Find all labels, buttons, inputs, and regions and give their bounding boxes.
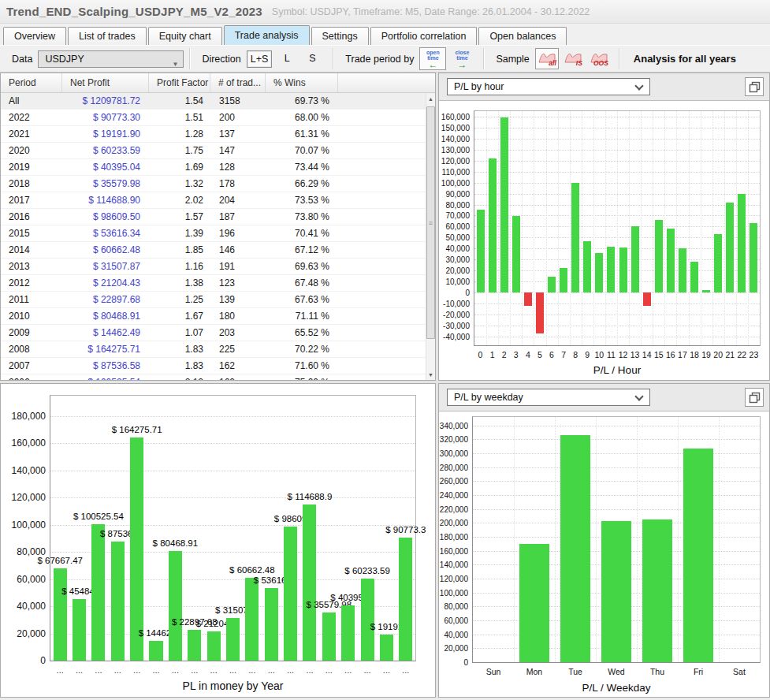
table-cell: 225 <box>210 341 266 357</box>
table-row[interactable]: 2008$ 164275.711.8322570.22 % <box>1 341 435 358</box>
table-cell: 2018 <box>1 176 62 192</box>
gridline <box>637 417 638 662</box>
table-cell-filler <box>338 110 435 125</box>
copy-chart-button[interactable] <box>745 388 764 407</box>
table-cell: All <box>1 93 62 109</box>
table-cell: $ 87536.58 <box>62 358 149 374</box>
column-header[interactable]: Period <box>1 73 62 92</box>
y-tick-label: 140,000 <box>441 134 470 143</box>
bar <box>667 229 675 293</box>
bar <box>690 262 698 292</box>
table-cell: 2017 <box>1 192 62 208</box>
table-row[interactable]: 2020$ 60233.591.7514770.07 % <box>1 143 435 159</box>
tab-equity-chart[interactable]: Equity chart <box>148 27 222 45</box>
y-tick-label: 130,000 <box>441 145 470 154</box>
sample-oos-button[interactable]: OOS <box>587 48 611 69</box>
table-row[interactable]: 2021$ 19191.901.2813761.31 % <box>1 126 435 143</box>
bar <box>601 521 631 662</box>
gridline <box>546 111 547 345</box>
table-row[interactable]: 2012$ 21204.431.3812367.48 % <box>1 275 435 292</box>
tab-open-balances[interactable]: Open balances <box>478 27 567 45</box>
sample-all-button[interactable]: all <box>535 48 559 69</box>
bar <box>714 234 722 292</box>
column-header[interactable]: Net Profit <box>62 73 149 92</box>
table-row[interactable]: 2006$ 100525.542.1216075.00 % <box>1 374 435 381</box>
bar <box>399 538 412 661</box>
table-cell: 2013 <box>1 259 62 274</box>
direction-long-button[interactable]: L <box>277 50 297 68</box>
gridline <box>641 111 642 345</box>
table-cell: 178 <box>210 176 266 192</box>
tab-portfolio-correlation[interactable]: Portfolio correlation <box>370 27 478 45</box>
tab-overview[interactable]: Overview <box>3 27 66 45</box>
close-time-button[interactable]: close time → <box>448 47 475 70</box>
gridline <box>473 439 760 440</box>
chevron-down-icon <box>634 81 643 90</box>
table-cell-filler <box>338 341 435 357</box>
toolbar-separator <box>483 48 485 69</box>
table-cell-filler <box>338 126 435 142</box>
scroll-down-arrow-icon[interactable]: ▼ <box>426 370 435 380</box>
trades-table-body: All$ 1209781.721.54315869.73 %2022$ 9077… <box>1 93 435 381</box>
table-row[interactable]: All$ 1209781.721.54315869.73 % <box>1 93 435 110</box>
gridline <box>50 552 415 553</box>
scroll-up-arrow-icon[interactable]: ▲ <box>426 94 435 104</box>
table-row[interactable]: 2007$ 87536.581.8316271.60 % <box>1 358 435 374</box>
table-row[interactable]: 2010$ 80468.911.6718071.11 % <box>1 308 435 325</box>
column-header[interactable]: % Wins <box>266 73 338 92</box>
column-header[interactable]: # of trad... <box>210 73 266 92</box>
table-row[interactable]: 2017$ 114688.902.0220473.53 % <box>1 192 435 209</box>
column-header-filler <box>338 73 435 92</box>
table-scrollbar[interactable]: ▲ ≡ ▼ <box>426 94 435 380</box>
table-row[interactable]: 2015$ 53616.341.3919670.41 % <box>1 225 435 242</box>
column-header[interactable]: Profit Factor <box>149 73 210 92</box>
direction-short-button[interactable]: S <box>302 50 322 68</box>
table-cell: 2012 <box>1 275 62 291</box>
table-row[interactable]: 2019$ 40395.041.6912873.44 % <box>1 159 435 176</box>
table-row[interactable]: 2022$ 90773.301.5120068.00 % <box>1 110 435 126</box>
y-tick-label: 0 <box>40 655 46 666</box>
table-row[interactable]: 2018$ 35579.981.3217866.29 % <box>1 176 435 192</box>
open-time-button[interactable]: open time ← <box>419 47 446 70</box>
table-cell: 68.00 % <box>266 110 338 125</box>
weekday-chart-panel: P/L by weekday 020,00040,00060,00080,000… <box>438 383 770 698</box>
tab-trade-analysis[interactable]: Trade analysis <box>224 25 310 45</box>
bar <box>380 635 393 661</box>
gridline <box>473 467 760 468</box>
table-cell: 162 <box>210 358 266 374</box>
x-tick-label: Thu <box>650 667 664 676</box>
bar-value-label: $ 98609 <box>274 514 307 523</box>
table-cell: $ 1209781.72 <box>62 93 149 109</box>
table-cell-filler <box>338 259 435 274</box>
table-row[interactable]: 2016$ 98609.501.5718773.80 % <box>1 209 435 225</box>
bar-value-label: $ 114688.9 <box>288 492 333 501</box>
hour-chart-header: P/L by hour <box>439 73 769 101</box>
gridline <box>664 111 665 345</box>
hour-chart-type-dropdown[interactable]: P/L by hour <box>447 78 650 95</box>
gridline <box>555 417 556 662</box>
hour-chart: -40,000-30,000-20,000-10,000010,00020,00… <box>439 101 769 380</box>
gridline <box>50 525 415 526</box>
table-cell: 70.41 % <box>266 225 338 241</box>
table-row[interactable]: 2011$ 22897.681.2513967.63 % <box>1 292 435 308</box>
table-row[interactable]: 2013$ 31507.871.1619169.63 % <box>1 259 435 275</box>
copy-chart-button[interactable] <box>745 77 764 96</box>
table-row[interactable]: 2009$ 14462.491.0720365.52 % <box>1 325 435 341</box>
green-right-arrow-icon: → <box>457 61 467 69</box>
bar <box>560 435 590 662</box>
direction-long-short-button[interactable]: L+S <box>247 50 273 68</box>
y-tick-label: -30,000 <box>443 321 470 330</box>
table-row[interactable]: 2014$ 60662.481.8514667.12 % <box>1 242 435 259</box>
weekday-chart-type-dropdown[interactable]: P/L by weekday <box>447 389 650 406</box>
x-tick-label: ... <box>95 665 102 675</box>
bar <box>524 292 532 306</box>
tab-list-of-trades[interactable]: List of trades <box>68 27 147 45</box>
hour-chart-panel: P/L by hour -40,000-30,000-20,000-10,000… <box>438 73 770 381</box>
data-dropdown[interactable]: USDJPY ▼ <box>38 50 184 68</box>
gridline <box>473 481 760 482</box>
table-cell: 71.60 % <box>266 358 338 374</box>
bar <box>643 292 651 306</box>
tab-settings[interactable]: Settings <box>311 27 369 45</box>
sample-is-button[interactable]: IS <box>561 48 585 69</box>
scrollbar-thumb[interactable]: ≡ <box>426 106 435 339</box>
